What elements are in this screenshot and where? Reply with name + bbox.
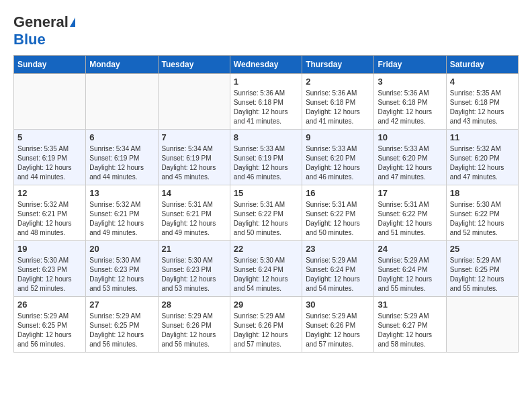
day-info: Sunrise: 5:30 AM Sunset: 6:22 PM Dayligh… <box>450 200 515 238</box>
day-number: 1 <box>234 77 298 87</box>
day-info: Sunrise: 5:36 AM Sunset: 6:18 PM Dayligh… <box>378 89 442 126</box>
calendar-cell: 13Sunrise: 5:32 AM Sunset: 6:21 PM Dayli… <box>86 185 158 241</box>
day-info: Sunrise: 5:34 AM Sunset: 6:19 PM Dayligh… <box>162 144 226 182</box>
calendar-cell: 24Sunrise: 5:29 AM Sunset: 6:24 PM Dayli… <box>374 241 446 297</box>
calendar-cell: 1Sunrise: 5:36 AM Sunset: 6:18 PM Daylig… <box>230 74 302 130</box>
day-number: 20 <box>89 244 154 254</box>
calendar-header-tuesday: Tuesday <box>158 56 230 74</box>
day-number: 13 <box>89 188 154 198</box>
day-info: Sunrise: 5:35 AM Sunset: 6:19 PM Dayligh… <box>17 144 82 182</box>
day-number: 2 <box>306 77 370 87</box>
day-number: 5 <box>17 132 82 142</box>
day-info: Sunrise: 5:30 AM Sunset: 6:23 PM Dayligh… <box>17 256 82 293</box>
calendar-week-row: 26Sunrise: 5:29 AM Sunset: 6:25 PM Dayli… <box>14 297 519 353</box>
calendar-cell: 4Sunrise: 5:35 AM Sunset: 6:18 PM Daylig… <box>446 74 518 130</box>
calendar-header-monday: Monday <box>86 56 158 74</box>
day-info: Sunrise: 5:31 AM Sunset: 6:22 PM Dayligh… <box>306 200 370 238</box>
calendar-week-row: 12Sunrise: 5:32 AM Sunset: 6:21 PM Dayli… <box>14 185 519 241</box>
calendar-week-row: 1Sunrise: 5:36 AM Sunset: 6:18 PM Daylig… <box>14 74 519 130</box>
calendar-cell <box>14 74 86 130</box>
day-number: 28 <box>162 300 226 310</box>
calendar-cell: 30Sunrise: 5:29 AM Sunset: 6:26 PM Dayli… <box>302 297 374 353</box>
day-number: 7 <box>162 132 226 142</box>
calendar-cell: 6Sunrise: 5:34 AM Sunset: 6:19 PM Daylig… <box>86 130 158 185</box>
day-info: Sunrise: 5:31 AM Sunset: 6:22 PM Dayligh… <box>234 200 298 238</box>
day-number: 22 <box>234 244 298 254</box>
calendar-cell: 29Sunrise: 5:29 AM Sunset: 6:26 PM Dayli… <box>230 297 302 353</box>
calendar-week-row: 5Sunrise: 5:35 AM Sunset: 6:19 PM Daylig… <box>14 130 519 185</box>
day-info: Sunrise: 5:29 AM Sunset: 6:25 PM Dayligh… <box>17 312 82 349</box>
day-info: Sunrise: 5:30 AM Sunset: 6:24 PM Dayligh… <box>234 256 298 293</box>
day-number: 25 <box>450 244 515 254</box>
calendar-cell: 20Sunrise: 5:30 AM Sunset: 6:23 PM Dayli… <box>86 241 158 297</box>
day-info: Sunrise: 5:30 AM Sunset: 6:23 PM Dayligh… <box>89 256 154 293</box>
day-number: 27 <box>89 300 154 310</box>
calendar-cell: 26Sunrise: 5:29 AM Sunset: 6:25 PM Dayli… <box>14 297 86 353</box>
day-number: 12 <box>17 188 82 198</box>
day-number: 11 <box>450 132 515 142</box>
day-info: Sunrise: 5:31 AM Sunset: 6:22 PM Dayligh… <box>378 200 442 238</box>
calendar-header-friday: Friday <box>374 56 446 74</box>
day-number: 10 <box>378 132 442 142</box>
calendar-cell: 8Sunrise: 5:33 AM Sunset: 6:19 PM Daylig… <box>230 130 302 185</box>
calendar-cell: 19Sunrise: 5:30 AM Sunset: 6:23 PM Dayli… <box>14 241 86 297</box>
calendar-cell: 28Sunrise: 5:29 AM Sunset: 6:26 PM Dayli… <box>158 297 230 353</box>
calendar-cell: 23Sunrise: 5:29 AM Sunset: 6:24 PM Dayli… <box>302 241 374 297</box>
calendar-cell: 31Sunrise: 5:29 AM Sunset: 6:27 PM Dayli… <box>374 297 446 353</box>
day-number: 23 <box>306 244 370 254</box>
day-number: 19 <box>17 244 82 254</box>
day-info: Sunrise: 5:32 AM Sunset: 6:21 PM Dayligh… <box>89 200 154 238</box>
day-info: Sunrise: 5:31 AM Sunset: 6:21 PM Dayligh… <box>162 200 226 238</box>
day-number: 17 <box>378 188 442 198</box>
calendar-week-row: 19Sunrise: 5:30 AM Sunset: 6:23 PM Dayli… <box>14 241 519 297</box>
day-number: 6 <box>89 132 154 142</box>
day-info: Sunrise: 5:29 AM Sunset: 6:26 PM Dayligh… <box>306 312 370 349</box>
day-info: Sunrise: 5:35 AM Sunset: 6:18 PM Dayligh… <box>450 89 515 126</box>
day-info: Sunrise: 5:36 AM Sunset: 6:18 PM Dayligh… <box>234 89 298 126</box>
calendar-cell: 21Sunrise: 5:30 AM Sunset: 6:23 PM Dayli… <box>158 241 230 297</box>
day-number: 9 <box>306 132 370 142</box>
calendar-cell: 18Sunrise: 5:30 AM Sunset: 6:22 PM Dayli… <box>446 185 518 241</box>
day-info: Sunrise: 5:29 AM Sunset: 6:25 PM Dayligh… <box>450 256 515 293</box>
day-number: 15 <box>234 188 298 198</box>
calendar-cell: 7Sunrise: 5:34 AM Sunset: 6:19 PM Daylig… <box>158 130 230 185</box>
day-info: Sunrise: 5:29 AM Sunset: 6:24 PM Dayligh… <box>306 256 370 293</box>
day-info: Sunrise: 5:30 AM Sunset: 6:23 PM Dayligh… <box>162 256 226 293</box>
day-number: 4 <box>450 77 515 87</box>
calendar-cell: 2Sunrise: 5:36 AM Sunset: 6:18 PM Daylig… <box>302 74 374 130</box>
day-number: 3 <box>378 77 442 87</box>
calendar-cell: 17Sunrise: 5:31 AM Sunset: 6:22 PM Dayli… <box>374 185 446 241</box>
calendar-cell: 5Sunrise: 5:35 AM Sunset: 6:19 PM Daylig… <box>14 130 86 185</box>
day-number: 14 <box>162 188 226 198</box>
day-number: 30 <box>306 300 370 310</box>
calendar-cell: 10Sunrise: 5:33 AM Sunset: 6:20 PM Dayli… <box>374 130 446 185</box>
logo-blue-text: Blue <box>13 31 46 48</box>
day-number: 21 <box>162 244 226 254</box>
day-info: Sunrise: 5:34 AM Sunset: 6:19 PM Dayligh… <box>89 144 154 182</box>
day-info: Sunrise: 5:29 AM Sunset: 6:26 PM Dayligh… <box>162 312 226 349</box>
calendar-cell: 25Sunrise: 5:29 AM Sunset: 6:25 PM Dayli… <box>446 241 518 297</box>
day-info: Sunrise: 5:33 AM Sunset: 6:20 PM Dayligh… <box>378 144 442 182</box>
calendar-cell: 27Sunrise: 5:29 AM Sunset: 6:25 PM Dayli… <box>86 297 158 353</box>
day-info: Sunrise: 5:29 AM Sunset: 6:24 PM Dayligh… <box>378 256 442 293</box>
logo: General Blue <box>13 13 75 48</box>
day-info: Sunrise: 5:32 AM Sunset: 6:20 PM Dayligh… <box>450 144 515 182</box>
page-header: General Blue <box>13 13 519 48</box>
calendar-cell: 11Sunrise: 5:32 AM Sunset: 6:20 PM Dayli… <box>446 130 518 185</box>
calendar-header-saturday: Saturday <box>446 56 518 74</box>
calendar-header-sunday: Sunday <box>14 56 86 74</box>
day-info: Sunrise: 5:32 AM Sunset: 6:21 PM Dayligh… <box>17 200 82 238</box>
day-info: Sunrise: 5:29 AM Sunset: 6:25 PM Dayligh… <box>89 312 154 349</box>
calendar-cell: 9Sunrise: 5:33 AM Sunset: 6:20 PM Daylig… <box>302 130 374 185</box>
day-number: 31 <box>378 300 442 310</box>
calendar-cell <box>86 74 158 130</box>
day-number: 18 <box>450 188 515 198</box>
day-info: Sunrise: 5:29 AM Sunset: 6:26 PM Dayligh… <box>234 312 298 349</box>
day-info: Sunrise: 5:33 AM Sunset: 6:19 PM Dayligh… <box>234 144 298 182</box>
calendar-cell: 16Sunrise: 5:31 AM Sunset: 6:22 PM Dayli… <box>302 185 374 241</box>
calendar-cell: 14Sunrise: 5:31 AM Sunset: 6:21 PM Dayli… <box>158 185 230 241</box>
calendar-header-wednesday: Wednesday <box>230 56 302 74</box>
calendar-cell: 15Sunrise: 5:31 AM Sunset: 6:22 PM Dayli… <box>230 185 302 241</box>
calendar-cell <box>446 297 518 353</box>
calendar-header-thursday: Thursday <box>302 56 374 74</box>
